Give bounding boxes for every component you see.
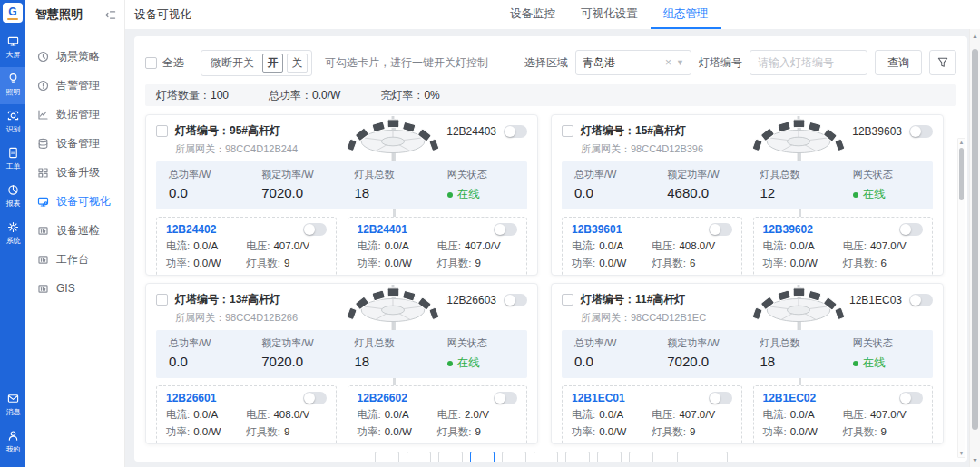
sidebar-item-gis[interactable]: GIS	[25, 274, 124, 303]
page-scroll-up-icon[interactable]: ▲	[970, 33, 980, 39]
tower-switch[interactable]	[909, 294, 933, 306]
branch-switch[interactable]	[303, 392, 327, 404]
card-checkbox[interactable]	[156, 294, 168, 306]
page-button[interactable]	[565, 452, 590, 462]
sidebar-item-workbench[interactable]: 工作台	[25, 245, 124, 274]
cards-scrollbar[interactable]: ▲ ▼	[957, 138, 965, 458]
page-size-select[interactable]	[677, 452, 728, 462]
breaker-on-button[interactable]: 开	[262, 54, 283, 73]
card-checkbox[interactable]	[156, 125, 168, 137]
user-icon	[7, 430, 19, 442]
branch-id-link[interactable]: 12B24401	[358, 223, 407, 236]
rail-item-profile[interactable]: 我的	[0, 424, 25, 462]
page-button[interactable]	[534, 452, 558, 462]
branch-switch[interactable]	[303, 223, 327, 236]
branch-id-link[interactable]: 12B1EC01	[572, 392, 625, 404]
rail-item-system[interactable]: 系统	[0, 216, 25, 253]
lamp-total: 灯具总数18	[748, 336, 840, 371]
page-button[interactable]	[470, 452, 495, 462]
rail-item-lighting[interactable]: 照明	[0, 67, 25, 104]
branch-id-link[interactable]: 12B26602	[358, 392, 407, 404]
card-title-block: 灯塔编号：13#高杆灯 所属网关：98CC4D12B266	[175, 292, 298, 325]
tower-switch[interactable]	[909, 125, 933, 138]
switch-knob	[900, 224, 911, 235]
breaker-off-button[interactable]: 关	[287, 54, 308, 73]
sidebar-item-scene-strategy[interactable]: 场景策略	[25, 42, 124, 71]
tab-configuration-management[interactable]: 组态管理	[651, 0, 721, 29]
more-actions-icon[interactable]: ⋮	[311, 275, 327, 276]
more-actions-icon[interactable]: ⋮	[502, 443, 517, 444]
page-button[interactable]	[502, 452, 526, 462]
cards-scrollbar-thumb[interactable]	[959, 148, 964, 200]
clear-region-icon[interactable]: ×	[665, 56, 671, 69]
gateway-status: 网关状态在线	[840, 168, 933, 202]
page-button[interactable]	[597, 452, 622, 462]
branch-id-link[interactable]: 12B24402	[166, 223, 216, 236]
branch-id-link[interactable]: 12B26601	[166, 392, 216, 404]
rail-item-recognition[interactable]: 识别	[0, 104, 25, 141]
rated-power: 额定功率/W7020.0	[249, 168, 341, 202]
card-title-block: 灯塔编号：95#高杆灯 所属网关：98CC4D12B244	[175, 123, 298, 156]
branch-switch[interactable]	[494, 392, 517, 404]
sidebar-item-alarm-management[interactable]: 告警管理	[25, 71, 124, 100]
tower-no-input[interactable]	[750, 50, 867, 75]
more-actions-icon[interactable]: ⋮	[502, 275, 517, 276]
page-button[interactable]	[438, 452, 463, 462]
gear-icon	[7, 221, 19, 233]
sidebar-item-device-management[interactable]: 设备管理	[25, 129, 124, 158]
more-actions-icon[interactable]: ⋮	[907, 443, 923, 444]
page-button[interactable]	[407, 452, 431, 462]
card-checkbox[interactable]	[562, 125, 573, 137]
sidebar-item-device-upgrade[interactable]: 设备升级	[25, 158, 124, 187]
more-actions-icon[interactable]: ⋮	[717, 443, 732, 444]
branch-switch[interactable]	[709, 392, 732, 404]
tab-visualization-settings[interactable]: 可视化设置	[568, 0, 651, 29]
switch-knob	[505, 295, 515, 306]
scroll-down-icon[interactable]: ▼	[958, 450, 965, 457]
card-header-right: 12B39603	[852, 125, 933, 138]
rail-item-reports[interactable]: 报表	[0, 179, 25, 216]
search-button[interactable]: 查询	[875, 50, 922, 75]
sidebar-item-device-inspection[interactable]: 设备巡检	[25, 216, 124, 245]
branch-id-link[interactable]: 12B1EC02	[763, 392, 817, 404]
rail-item-workorder[interactable]: 工单	[0, 141, 25, 179]
sidebar-item-data-management[interactable]: 数据管理	[25, 100, 124, 129]
branch-id-link[interactable]: 12B39601	[572, 223, 622, 236]
branch-switch[interactable]	[899, 223, 923, 236]
tab-device-monitoring[interactable]: 设备监控	[497, 0, 568, 29]
total-power: 总功率/W0.0	[562, 168, 654, 202]
tower-switch[interactable]	[504, 125, 527, 138]
page-scrollbar[interactable]: ▲ ▼	[969, 29, 980, 467]
gateway-status: 网关状态在线	[435, 168, 527, 202]
tower-switch[interactable]	[504, 294, 527, 306]
rail-item-bigscreen[interactable]: 大屏	[0, 30, 25, 67]
content-area: 全选 微断开关 开 关 可勾选卡片，进行一键开关灯控制 选择区域 青岛港 × ▼…	[125, 29, 980, 467]
more-actions-icon[interactable]: ⋮	[717, 275, 732, 276]
page-button[interactable]	[375, 452, 399, 462]
grid-icon	[37, 167, 49, 179]
rail-item-messages[interactable]: 消息	[0, 387, 25, 424]
page-scrollbar-thumb[interactable]	[972, 49, 978, 430]
branch-card: 12B39601 电流:0.0/A 电压:408.0/V 功率:0.0/W 灯具…	[562, 217, 742, 276]
tower-count-stat: 灯塔数量：100	[156, 88, 229, 103]
branch-switch[interactable]	[899, 392, 923, 404]
branch-id-link[interactable]: 12B39602	[763, 223, 813, 236]
branch-switch[interactable]	[494, 223, 517, 236]
more-actions-icon[interactable]: ⋮	[311, 443, 327, 444]
page-button[interactable]	[629, 452, 653, 462]
alarm-reason-label: 告警原因:	[358, 274, 402, 276]
card-checkbox[interactable]	[562, 294, 573, 306]
app-rail: G 大屏 照明 识别 工单 报表 系统 消息 我的	[0, 0, 25, 467]
scroll-up-icon[interactable]: ▲	[958, 139, 965, 146]
select-all-checkbox[interactable]	[145, 57, 157, 69]
collapse-sidebar-button[interactable]	[104, 9, 116, 21]
region-select[interactable]: 青岛港 × ▼	[575, 50, 691, 75]
sidebar-item-device-visualization[interactable]: 设备可视化	[25, 187, 124, 216]
status-badge: 在线	[447, 355, 527, 371]
chevron-down-icon: ▼	[676, 58, 684, 67]
branch-switch[interactable]	[709, 223, 732, 236]
document-icon	[7, 147, 19, 159]
page-scroll-down-icon[interactable]: ▼	[970, 457, 980, 463]
more-actions-icon[interactable]: ⋮	[907, 275, 923, 276]
filter-button[interactable]	[929, 50, 956, 75]
